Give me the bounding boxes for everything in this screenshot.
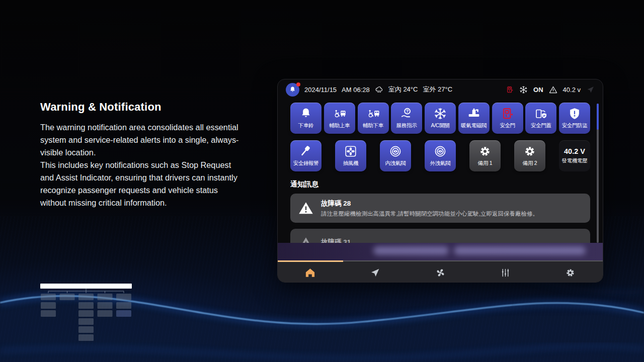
- blurred-pill: [373, 246, 449, 255]
- button-label: 安全門防盜: [561, 122, 587, 129]
- door-antitheft-button[interactable]: 安全門防盜: [559, 103, 590, 134]
- gear-icon: [478, 145, 492, 158]
- ac-switch-button[interactable]: A/C開關: [425, 103, 456, 134]
- button-label: 輔助下車: [363, 122, 383, 129]
- nav-home[interactable]: [278, 261, 343, 283]
- bell-icon: [289, 86, 296, 94]
- warning-triangle-icon: [549, 85, 557, 94]
- heater-valve-button[interactable]: 暖氣電磁閥: [458, 103, 490, 134]
- gear-icon: [565, 267, 576, 278]
- notification-text: 故障碼 31: [321, 238, 351, 243]
- safety-hammer-alarm-button[interactable]: 安全錘報警: [290, 140, 321, 171]
- service-question-icon: ?: [400, 107, 413, 120]
- button-label: 抽風機: [343, 160, 359, 167]
- safety-door-icon: s: [501, 107, 514, 120]
- notification-card[interactable]: 故障碼 28 請注意壓縮機檢測出高溫異常,請暫時關閉空調功能並小心駕駛,立即返回…: [290, 194, 590, 223]
- fault-code: 故障碼 28: [321, 199, 538, 208]
- generator-voltage-label: 發電機電壓: [561, 157, 587, 164]
- locator-arrow-icon: [586, 85, 595, 94]
- snowflake-icon: [434, 107, 447, 120]
- bell-icon: [299, 107, 312, 120]
- exhaust-fan-button[interactable]: 抽風機: [335, 140, 366, 171]
- warning-triangle-icon: [298, 201, 313, 216]
- fault-code: 故障碼 31: [321, 238, 351, 243]
- button-label: 備用 2: [523, 160, 537, 167]
- button-label: 內洩氣閥: [385, 160, 406, 167]
- hammer-icon: [299, 145, 312, 158]
- blurred-backdrop-strip: [278, 243, 603, 260]
- svg-text:s: s: [509, 89, 511, 92]
- scrollbar-thumb[interactable]: [597, 104, 599, 130]
- fan-icon: [435, 267, 446, 278]
- assist-alight-button[interactable]: 輔助下車: [358, 103, 389, 134]
- valve-circle-icon: [434, 145, 447, 158]
- spare-2-button[interactable]: 備用 2: [514, 140, 545, 171]
- svg-text:s: s: [506, 113, 508, 118]
- button-label: 安全門: [500, 122, 515, 129]
- nav-controls[interactable]: [473, 261, 538, 283]
- notification-text: 故障碼 28 請注意壓縮機檢測出高溫異常,請暫時關閉空調功能並小心駕駛,立即返回…: [321, 199, 538, 218]
- slide: Warning & Notification The warning notif…: [0, 0, 644, 362]
- cursor-icon: [370, 267, 380, 278]
- ac-state: ON: [533, 86, 543, 94]
- valve-circle-icon: [389, 145, 402, 158]
- button-label: 安全門蓋: [531, 122, 551, 129]
- snowflake-icon: [519, 85, 528, 94]
- status-right-group: s ON 40.2 v: [506, 85, 595, 94]
- cloud-icon: [375, 85, 383, 94]
- sitemap-decoration: [40, 283, 133, 343]
- button-label: 安全錘報警: [293, 160, 318, 167]
- button-label: 下車鈴: [298, 122, 314, 129]
- notification-card[interactable]: 故障碼 31: [290, 229, 590, 243]
- safety-door-alert-icon: s: [506, 85, 514, 94]
- active-tab-indicator: [278, 260, 343, 262]
- spare-1-button[interactable]: 備用 1: [469, 140, 501, 171]
- generator-voltage-value: 40.2 V: [564, 147, 585, 155]
- door-shield-icon: [534, 107, 547, 120]
- notifications-header: 通知訊息: [290, 180, 590, 189]
- page-description: The warning notification area consolidat…: [40, 121, 243, 209]
- scrollbar-track[interactable]: [597, 104, 599, 243]
- home-icon: [304, 267, 316, 279]
- fault-message: 請注意壓縮機檢測出高溫異常,請暫時關閉空調功能並小心駕駛,立即返回保養廠檢修。: [321, 210, 538, 218]
- status-bar: 2024/11/15 AM 06:28 室內 24°C 室外 27°C s ON…: [278, 79, 603, 100]
- button-label: 外洩氣閥: [430, 160, 451, 167]
- valve-icon: [467, 107, 480, 120]
- vehicle-dashboard-panel: 2024/11/15 AM 06:28 室內 24°C 室外 27°C s ON…: [277, 79, 603, 283]
- slide-copy: Warning & Notification The warning notif…: [40, 101, 243, 209]
- button-label: 備用 1: [478, 160, 493, 167]
- generator-voltage-tile: 40.2 V 發電機電壓: [559, 140, 590, 171]
- sliders-icon: [500, 267, 511, 278]
- nav-fan[interactable]: [408, 261, 472, 283]
- blurred-pill: [454, 246, 586, 255]
- wheelchair-bus-icon: [333, 107, 346, 120]
- button-label: A/C開關: [431, 122, 449, 129]
- nav-navigation[interactable]: [343, 261, 408, 283]
- svg-text:?: ?: [406, 109, 409, 114]
- button-label: 暖氣電磁閥: [461, 122, 487, 129]
- status-voltage: 40.2 v: [563, 86, 581, 94]
- page-title: Warning & Notification: [40, 101, 243, 114]
- bottom-nav-bar: [278, 260, 603, 283]
- safety-door-cover-button[interactable]: 安全門蓋: [525, 103, 556, 134]
- assist-board-button[interactable]: 輔助上車: [324, 103, 355, 134]
- status-time: AM 06:28: [342, 86, 370, 94]
- wheelchair-bus-icon: [367, 107, 380, 120]
- notification-bell-badge[interactable]: [286, 83, 299, 97]
- warning-triangle-icon: [298, 236, 313, 243]
- control-button-grid: 下車鈴 輔助上車 輔助下車 ? 服務指示 A/C開關: [290, 103, 590, 171]
- shield-alert-icon: [568, 107, 581, 120]
- service-indicator-button[interactable]: ? 服務指示: [391, 103, 422, 134]
- button-label: 輔助上車: [329, 122, 350, 129]
- stop-bell-button[interactable]: 下車鈴: [290, 103, 321, 134]
- gear-icon: [523, 145, 536, 158]
- safety-door-button[interactable]: s 安全門: [492, 103, 523, 134]
- outer-vent-valve-button[interactable]: 外洩氣閥: [425, 140, 456, 171]
- status-date: 2024/11/15: [304, 86, 337, 94]
- button-label: 服務指示: [396, 122, 417, 129]
- outdoor-temperature: 室外 27°C: [423, 85, 452, 94]
- exhaust-fan-icon: [344, 145, 357, 158]
- nav-settings[interactable]: [538, 261, 603, 283]
- inner-vent-valve-button[interactable]: 內洩氣閥: [380, 140, 411, 171]
- dashboard-scroll-area: 下車鈴 輔助上車 輔助下車 ? 服務指示 A/C開關: [278, 100, 603, 243]
